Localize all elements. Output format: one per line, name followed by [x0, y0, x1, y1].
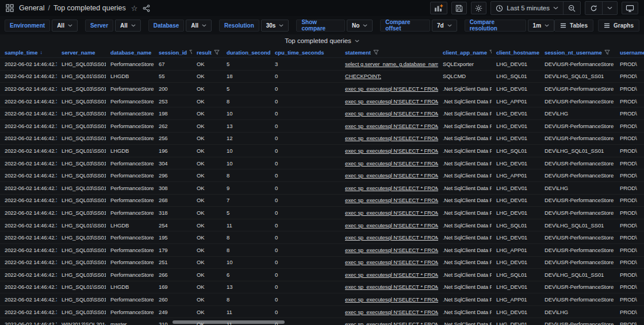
filter-value-dropdown[interactable]: All [186, 20, 212, 32]
cell-cpu_time_seconds: 0 [270, 197, 340, 203]
column-header-server_name[interactable]: server_name [57, 49, 106, 56]
sort-desc-icon: ↓ [40, 49, 43, 55]
cell-client_app_name: .Net SqlClient Data Pr... [438, 272, 492, 278]
cell-cpu_time_seconds: 0 [270, 98, 340, 105]
cell-client_hostname: LHG_DEV01 [492, 234, 540, 241]
add-panel-button[interactable] [430, 2, 447, 14]
table-row: 2022-06-02 14:46:42.733LHG_SQL03\SS01Per… [0, 195, 644, 207]
cell-statement: exec sp_executesql N'SELECT * FROM dbo..… [340, 148, 438, 154]
column-filter-icon[interactable] [373, 49, 379, 55]
cell-database_name: PerformanceStore [106, 296, 154, 303]
column-header-cpu_time_seconds[interactable]: cpu_time_seconds [270, 49, 340, 56]
cell-server_name: LHG_SQL03\SS01 [57, 259, 106, 265]
statement-link[interactable]: exec sp_executesql N'SELECT * FROM dbo..… [345, 185, 438, 191]
filter-value-dropdown[interactable]: 7d [432, 20, 457, 32]
table-row: 2022-06-02 14:46:42.733LHG_SQL03\SS01Per… [0, 95, 644, 108]
dashboard-link-tables[interactable]: Tables [554, 20, 593, 32]
column-header-username[interactable]: username [615, 49, 644, 56]
table-row: 2022-06-02 14:46:42.733LHG_SQL03\SS01Per… [0, 182, 644, 195]
chevron-down-icon [202, 24, 206, 27]
refresh-button[interactable] [585, 2, 602, 14]
statement-link[interactable]: select g.server_name, g.database_name, s… [345, 61, 438, 67]
statement-link[interactable]: exec sp_executesql N'SELECT * FROM dbo..… [345, 123, 438, 129]
horizontal-scrollbar-thumb[interactable] [172, 320, 285, 324]
cell-session_id: 260 [154, 296, 192, 303]
column-header-sample_time[interactable]: sample_time↓ [0, 49, 57, 56]
cell-sample_time: 2022-06-02 14:46:42.733 [0, 296, 57, 303]
cell-statement: exec sp_executesql N'SELECT * FROM dbo..… [340, 98, 438, 105]
cell-client_app_name: .Net SqlClient Data Pr... [438, 160, 492, 167]
time-picker-button[interactable]: Last 5 minutes [491, 2, 563, 14]
cell-duration_seconds: 6 [222, 272, 270, 278]
cell-sample_time: 2022-06-02 14:46:42.733 [0, 247, 57, 253]
cell-sample_time: 2022-06-02 14:46:42.733 [0, 172, 57, 179]
filter-value-dropdown[interactable]: All [52, 20, 78, 32]
cell-database_name: PerformanceStore [106, 185, 154, 191]
filter-value-dropdown[interactable]: 1m [528, 20, 554, 32]
statement-link[interactable]: exec sp_executesql N'SELECT * FROM dbo..… [345, 110, 438, 117]
cell-cpu_time_seconds: 0 [270, 284, 340, 290]
column-header-session_id[interactable]: session_id [154, 49, 192, 56]
dashboard-link-graphs[interactable]: Graphs [598, 20, 639, 32]
apps-grid-icon[interactable] [6, 4, 14, 12]
statement-link[interactable]: exec sp_executesql N'SELECT * FROM dbo..… [345, 197, 438, 203]
column-header-client_app_name[interactable]: client_app_name [438, 49, 492, 56]
cell-client_hostname: LHG_DEV01 [492, 210, 540, 216]
statement-link[interactable]: exec sp_executesql N'SELECT * FROM dbo..… [345, 98, 438, 105]
cell-result: OK [192, 259, 222, 265]
statement-link[interactable]: exec sp_executesql N'SELECT * FROM dbo..… [345, 86, 438, 92]
statement-link[interactable]: exec sp_executesql N'SELECT * FROM dbo..… [345, 234, 438, 241]
column-filter-icon[interactable] [214, 49, 220, 55]
cell-client_hostname: LHG_DEV01 [492, 259, 540, 265]
cell-duration_seconds: 10 [222, 148, 270, 154]
favorite-star-button[interactable]: ☆ [131, 5, 138, 12]
column-header-duration_seconds[interactable]: duration_seconds [222, 49, 270, 56]
filter-value-dropdown[interactable]: 30s [261, 20, 289, 32]
breadcrumb-dashboard-title[interactable]: Top completed queries [53, 4, 126, 12]
column-filter-icon[interactable] [604, 49, 610, 55]
dashboard-submenu: EnvironmentAllServerAllDatabaseAllResolu… [0, 16, 644, 34]
zoom-out-time-button[interactable] [563, 2, 580, 14]
chevron-down-icon [279, 24, 283, 27]
column-header-result[interactable]: result [192, 49, 222, 56]
statement-link[interactable]: exec sp_executesql N'SELECT * FROM dbo..… [345, 210, 438, 216]
cell-cpu_time_seconds: 3 [270, 61, 340, 67]
column-header-session_nt_username[interactable]: session_nt_username [540, 49, 615, 56]
share-button[interactable] [143, 5, 150, 12]
cell-server_name: LHG_SQL03\SS01 [57, 210, 106, 216]
statement-link[interactable]: exec sp_executesql N'SELECT * FROM dbo..… [345, 148, 438, 154]
cell-server_name: LHG_SQL03\SS01 [57, 197, 106, 203]
column-header-database_name[interactable]: database_name [106, 49, 154, 56]
statement-link[interactable]: exec sp_executesql N'SELECT * FROM dbo..… [345, 160, 438, 167]
breadcrumb-folder[interactable]: General [19, 4, 44, 12]
statement-link[interactable]: exec sp_executesql N'SELECT * FROM dbo..… [345, 135, 438, 141]
cell-client_app_name: .Net SqlClient Data Pr... [438, 135, 492, 141]
filter-selected-value: 7d [437, 22, 444, 29]
cell-client_hostname: LHG_DEV01 [492, 284, 540, 290]
statement-link[interactable]: exec sp_executesql N'SELECT * FROM dbo..… [345, 321, 438, 325]
statement-link[interactable]: exec sp_executesql N'SELECT * FROM dbo..… [345, 259, 438, 265]
column-header-client_hostname[interactable]: client_hostname [492, 49, 540, 56]
top-nav: General / Top completed queries ☆ Last 5… [0, 0, 644, 16]
cell-duration_seconds: 8 [222, 296, 270, 303]
statement-link[interactable]: exec sp_executesql N'SELECT * FROM dbo..… [345, 296, 438, 303]
chevron-down-icon [607, 6, 612, 10]
funnel-icon [373, 49, 379, 55]
cell-session_nt_username: DEV\USR-PerformanceStore [540, 234, 615, 241]
statement-link[interactable]: exec sp_executesql N'SELECT * FROM dbo..… [345, 309, 438, 315]
statement-link[interactable]: exec sp_executesql N'SELECT * FROM dbo..… [345, 172, 438, 179]
save-dashboard-button[interactable] [451, 2, 467, 14]
cell-cpu_time_seconds: 0 [270, 110, 340, 117]
column-header-statement[interactable]: statement [340, 49, 438, 56]
refresh-interval-dropdown[interactable] [602, 2, 617, 14]
cycle-view-mode-button[interactable] [622, 2, 638, 14]
statement-link[interactable]: exec sp_executesql N'SELECT * FROM dbo..… [345, 284, 438, 290]
filter-value-dropdown[interactable]: All [115, 20, 141, 32]
statement-link[interactable]: CHECKPOINT; [345, 73, 381, 79]
panel-title-menu[interactable]: Top completed queries [285, 37, 359, 44]
dashboard-settings-button[interactable] [471, 2, 486, 14]
filter-value-dropdown[interactable]: No [347, 20, 373, 32]
statement-link[interactable]: exec sp_executesql N'SELECT * FROM dbo..… [345, 222, 438, 229]
statement-link[interactable]: exec sp_executesql N'SELECT * FROM dbo..… [345, 247, 438, 253]
statement-link[interactable]: exec sp_executesql N'SELECT * FROM dbo..… [345, 272, 438, 278]
